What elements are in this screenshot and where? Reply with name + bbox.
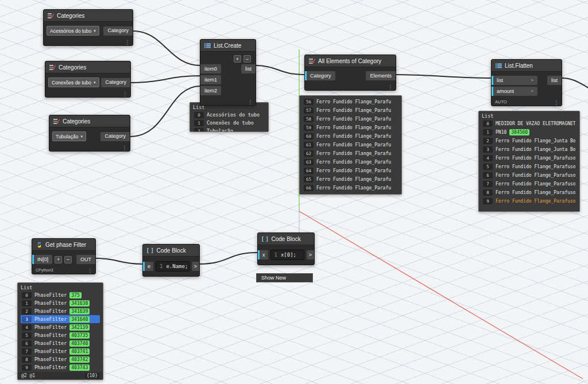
port-in-amount[interactable]: amount > (492, 87, 537, 96)
list-item[interactable]: 7PhaseFilter403741 (21, 347, 100, 355)
node-title-bar[interactable]: [ ] Code Block (258, 233, 314, 245)
port-out[interactable]: OUT (76, 255, 95, 264)
list-item[interactable]: 57Ferro Fundido Flange_Parafu (303, 106, 399, 115)
node-categories-1[interactable]: Categories Acessórios do tubo ▾ Category… (43, 9, 133, 46)
list-item[interactable]: 0Acessórios do tubo (193, 111, 265, 119)
node-code-block-1[interactable]: [ ] Code Block e 1 e.Name; > (142, 244, 200, 277)
preview-bubble-phase-filter[interactable]: List 0PhaseFilter375 1PhaseFilter341638 … (17, 282, 103, 380)
port-out-list[interactable]: list (241, 64, 256, 73)
list-item[interactable]: 8PhaseFilter403742 (21, 355, 100, 363)
port-in-item2[interactable]: item2 (200, 86, 221, 95)
list-item[interactable]: 2Ferro Fundido Flange_Junta Borr (482, 137, 577, 145)
context-menu-dots[interactable]: ⋮ (87, 267, 93, 274)
list-item[interactable]: 0PhaseFilter375 (21, 291, 100, 299)
list-item[interactable]: 58Ferro Fundido Flange_Parafu (303, 115, 399, 123)
port-out-list[interactable]: list (547, 76, 562, 85)
port-out-category[interactable]: Category (103, 26, 133, 36)
list-item[interactable]: 65Ferro Fundido Flange_Parafu (303, 175, 399, 184)
list-item-selected[interactable]: 3PhaseFilter341640 (21, 315, 100, 323)
node-get-phase-filter[interactable]: Get phase Filter IN[0] + − OUT CPython3 … (32, 238, 96, 274)
default-value-chevron[interactable]: > (531, 78, 533, 83)
node-title-bar[interactable]: Categories (49, 115, 130, 127)
port-out-category[interactable]: Category (100, 132, 130, 141)
port-in-e[interactable]: e (143, 262, 153, 271)
port-in-x[interactable]: x (258, 250, 268, 259)
add-input-button[interactable]: + (234, 55, 241, 63)
list-item[interactable]: 8Ferro Fundido Flange_Parafuso_c (482, 188, 577, 197)
list-item[interactable]: 5Ferro Fundido Flange_Parafuso_c (482, 162, 577, 171)
port-in-list[interactable]: list > (492, 76, 537, 85)
list-item[interactable]: 7Ferro Fundido Flange_Parafuso_c (482, 180, 577, 188)
list-item[interactable]: 9Ferro Fundido Flange_Parafuso (482, 197, 577, 205)
list-item[interactable]: 4PhaseFilter342139 (21, 323, 100, 331)
port-out-result[interactable]: > (192, 262, 199, 271)
code-editor[interactable]: 1 x[0]; (270, 250, 304, 260)
wire-codeblock1-to-codeblock2[interactable] (199, 253, 257, 264)
remove-input-button[interactable]: − (64, 256, 72, 263)
context-menu-dots[interactable]: ⋮ (125, 39, 130, 45)
list-item[interactable]: 63Ferro Fundido Flange_Parafu (303, 158, 399, 166)
port-out-category[interactable]: Category (101, 78, 130, 87)
list-item[interactable]: 2Tubulação (193, 127, 265, 132)
list-item[interactable]: 6PhaseFilter403740 (21, 339, 100, 347)
lacing-indicator[interactable]: AUTO (495, 99, 507, 104)
node-all-elements-of-category[interactable]: All Elements of Category Category Elemen… (304, 55, 396, 91)
list-item[interactable]: 3Ferro Fundido Flange_Junta Borr (482, 145, 577, 154)
context-menu-dots[interactable]: ⋮ (247, 99, 253, 105)
list-item[interactable]: 1PN10384560 (482, 128, 577, 137)
list-item[interactable]: 60Ferro Fundido Flange_Parafu (303, 132, 399, 141)
port-in-item0[interactable]: item0 (200, 64, 221, 73)
wire-allelements-to-flatten[interactable] (396, 75, 490, 78)
list-item[interactable]: 64Ferro Fundido Flange_Parafu (303, 166, 399, 175)
category-dropdown[interactable]: Conexões de tubo ▾ (48, 77, 99, 87)
node-title-bar[interactable]: Categories (44, 10, 133, 22)
list-item[interactable]: 6Ferro Fundido Flange_Parafuso_c (482, 171, 577, 180)
node-categories-3[interactable]: Categories Tubulação ▾ Category ⋮ (49, 115, 130, 152)
default-value-chevron[interactable]: > (531, 89, 533, 94)
node-categories-2[interactable]: Categories Conexões de tubo ▾ Category ⋮ (45, 61, 131, 98)
category-dropdown[interactable]: Tubulação ▾ (52, 131, 86, 141)
node-list-create[interactable]: List.Create + − item0 list item1 item2 ⋮ (200, 39, 256, 106)
wire-getphase-to-codeblock1[interactable] (95, 258, 142, 264)
preview-bubble-all-elements[interactable]: 56Ferro Fundido Flange_Parafu 57Ferro Fu… (299, 95, 402, 195)
list-item[interactable]: 9PhaseFilter403743 (21, 363, 100, 371)
preview-bubble-list-create[interactable]: List 0Acessórios do tubo 1Conexões de tu… (189, 102, 269, 132)
port-out-elements[interactable]: Elements (366, 71, 396, 80)
port-in-item1[interactable]: item1 (200, 75, 221, 84)
node-list-flatten[interactable]: List.Flatten list > list amount > AUTO ⋮ (491, 59, 562, 106)
port-out-result[interactable]: > (307, 250, 314, 259)
node-title-bar[interactable]: [ ] Code Block (143, 245, 199, 257)
port-in-category[interactable]: Category (305, 71, 335, 80)
list-item[interactable]: 1Conexões de tubo (193, 119, 265, 127)
wire-flatten-out[interactable] (562, 78, 588, 90)
context-menu-dots[interactable]: ⋮ (554, 99, 559, 106)
list-item[interactable]: 61Ferro Fundido Flange_Parafu (303, 141, 399, 149)
node-title-bar[interactable]: List.Create (200, 40, 256, 52)
show-new-button[interactable]: Show New (256, 273, 313, 282)
preview-bubble-list-flatten[interactable]: List 0MEDIDOR DE VAZÃO ELETROMAGNÉTIC 1P… (478, 111, 580, 212)
wire-listcreate-to-allelements[interactable] (255, 65, 304, 75)
wire-categories1-to-item0[interactable] (133, 31, 200, 65)
list-item[interactable]: 56Ferro Fundido Flange_Parafu (303, 98, 399, 106)
node-title-bar[interactable]: All Elements of Category (305, 55, 396, 67)
list-item[interactable]: 62Ferro Fundido Flange_Parafu (303, 149, 399, 158)
category-dropdown[interactable]: Acessórios do tubo ▾ (47, 26, 99, 36)
list-item[interactable]: 2PhaseFilter341639 (21, 307, 100, 315)
context-menu-dots[interactable]: ⋮ (122, 145, 127, 151)
code-editor[interactable]: 1 e.Name; (156, 261, 189, 271)
list-item[interactable]: 66Ferro Fundido Flange_Parafu (303, 184, 399, 192)
node-title-bar[interactable]: Categories (45, 61, 130, 73)
wire-categories2-to-item1[interactable] (130, 76, 200, 83)
node-title-bar[interactable]: Get phase Filter (32, 239, 95, 251)
list-item[interactable]: 4Ferro Fundido Flange_Parafuso_c (482, 154, 577, 162)
node-title-bar[interactable]: List.Flatten (492, 60, 562, 72)
remove-input-button[interactable]: − (243, 55, 251, 63)
node-code-block-2[interactable]: [ ] Code Block x 1 x[0]; > (257, 232, 315, 265)
list-item[interactable]: 5PhaseFilter403735 (21, 331, 100, 339)
add-input-button[interactable]: + (55, 256, 62, 263)
port-in-0[interactable]: IN[0] (32, 255, 52, 264)
list-item[interactable]: 0MEDIDOR DE VAZÃO ELETROMAGNÉTIC (482, 119, 577, 128)
list-item[interactable]: 59Ferro Fundido Flange_Parafu (303, 123, 399, 132)
context-menu-dots[interactable]: ⋮ (388, 84, 393, 90)
context-menu-dots[interactable]: ⋮ (122, 91, 128, 97)
